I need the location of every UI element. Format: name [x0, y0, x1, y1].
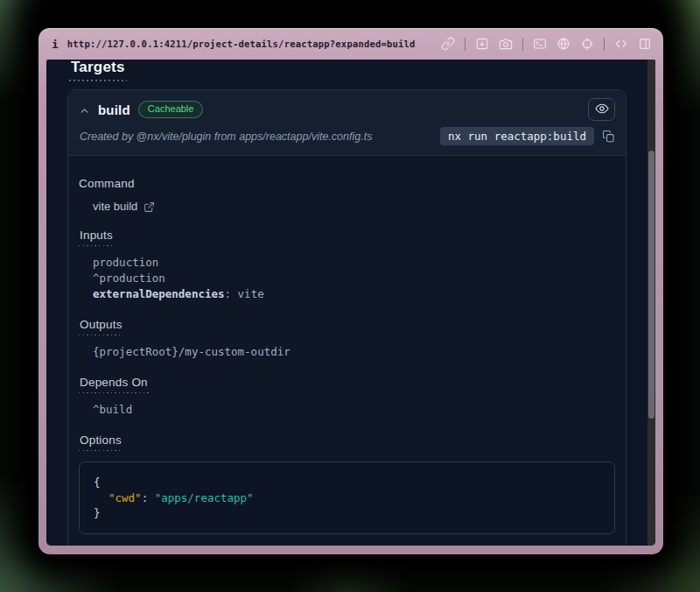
build-card-body: Command vite build Inputs production ^pr… — [68, 156, 626, 546]
external-link-icon[interactable] — [144, 201, 155, 212]
target-card-build: build Cacheable Created by @nx/vite/plug… — [67, 89, 626, 546]
created-by-text: Created by @nx/vite/plugin from apps/rea… — [80, 130, 372, 143]
globe-icon[interactable] — [556, 37, 570, 51]
code-icon[interactable] — [614, 37, 628, 51]
copy-icon — [602, 132, 615, 145]
view-target-button[interactable] — [588, 98, 615, 121]
project-details-page: Targets build Cacheable Created by @nx/v… — [46, 60, 655, 546]
output-item: {projectRoot}/my-custom-outdir — [93, 344, 615, 360]
info-icon: i — [52, 39, 59, 50]
build-card-header[interactable]: build Cacheable Created by @nx/vite/plug… — [68, 90, 626, 156]
scrollbar-track[interactable] — [648, 60, 655, 546]
link-icon[interactable] — [441, 37, 455, 51]
url-bar: i http://127.0.0.1:4211/project-details/… — [46, 28, 655, 60]
target-icon[interactable] — [580, 37, 594, 51]
page-title: Targets — [69, 60, 127, 81]
toolbar-separator — [522, 38, 523, 51]
split-panel-icon[interactable] — [638, 37, 652, 51]
browser-toolbar — [441, 37, 652, 51]
outputs-list: {projectRoot}/my-custom-outdir — [93, 344, 615, 360]
code-line: { — [94, 475, 600, 490]
options-code-block: { "cwd": "apps/reactapp" } — [79, 462, 615, 534]
toolbar-separator — [465, 38, 466, 51]
section-label-inputs: Inputs — [79, 229, 615, 246]
cacheable-badge: Cacheable — [138, 101, 204, 118]
inputs-list: production ^production externalDependenc… — [93, 255, 615, 302]
code-line: "cwd": "apps/reactapp" — [94, 490, 600, 506]
chevron-up-icon[interactable] — [79, 104, 90, 116]
code-line: } — [94, 505, 600, 521]
section-label-outputs: Outputs — [79, 318, 615, 335]
terminal-icon[interactable] — [533, 37, 547, 51]
section-label-command: Command — [79, 177, 615, 190]
command-value-row: vite build — [93, 200, 615, 213]
import-image-icon[interactable] — [475, 37, 489, 51]
app-window: i http://127.0.0.1:4211/project-details/… — [38, 28, 663, 554]
section-label-depends-on: Depends On — [79, 376, 615, 393]
eye-icon — [595, 102, 609, 118]
url-text[interactable]: http://127.0.0.1:4211/project-details/re… — [67, 39, 416, 49]
command-value: vite build — [93, 200, 137, 213]
depends-on-list: ^build — [93, 402, 615, 418]
scrollbar-thumb[interactable] — [648, 151, 654, 419]
depends-on-item: ^build — [93, 402, 615, 418]
toolbar-separator — [604, 38, 605, 51]
section-label-options: Options — [79, 433, 615, 451]
target-name[interactable]: build — [98, 102, 130, 117]
input-item: production — [93, 255, 615, 271]
copy-command-button[interactable] — [602, 130, 615, 143]
web-content: Targets build Cacheable Created by @nx/v… — [46, 60, 655, 546]
input-item-external-deps: externalDependencies: vite — [93, 286, 615, 302]
input-item: ^production — [93, 271, 615, 286]
run-command-chip[interactable]: nx run reactapp:build — [440, 127, 594, 145]
camera-icon[interactable] — [499, 37, 513, 51]
